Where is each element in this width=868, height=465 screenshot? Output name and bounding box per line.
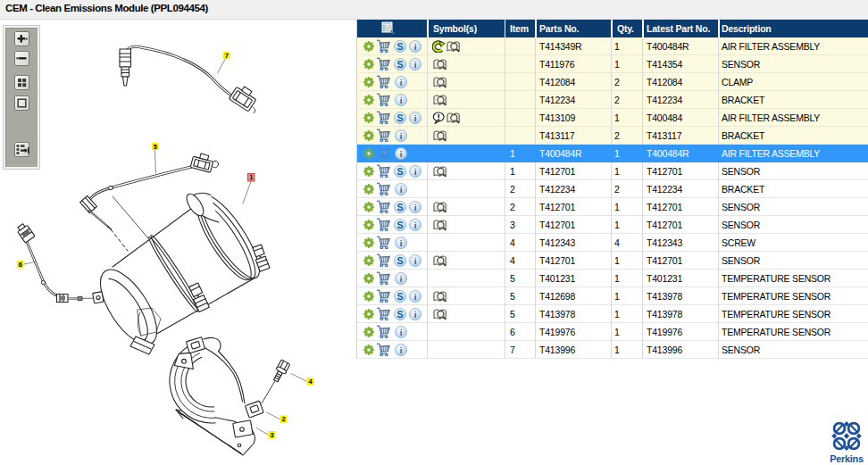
svg-text:Perkins: Perkins xyxy=(830,453,864,464)
svg-text:3: 3 xyxy=(270,431,273,439)
svg-text:6: 6 xyxy=(19,261,22,269)
svg-text:7: 7 xyxy=(225,52,229,60)
svg-text:2: 2 xyxy=(281,415,285,423)
svg-text:1: 1 xyxy=(249,173,253,181)
svg-text:5: 5 xyxy=(154,143,157,151)
